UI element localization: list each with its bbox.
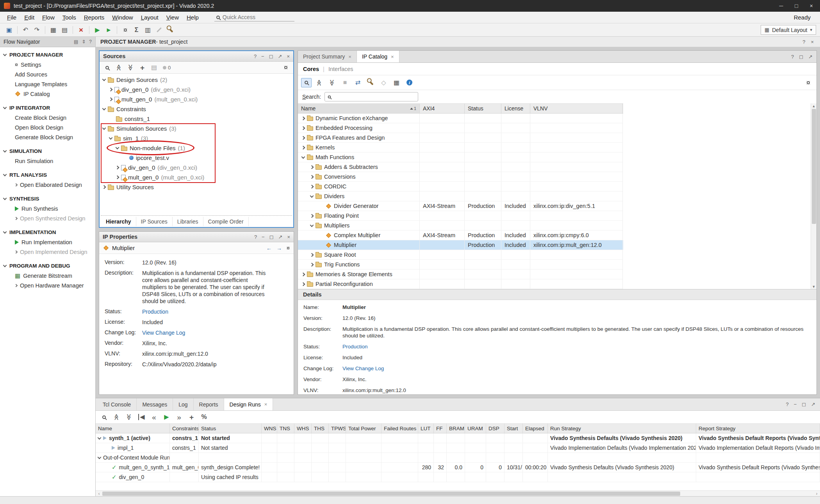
column-header-failed-routes[interactable]: Failed Routes — [381, 424, 418, 433]
horizontal-scrollbar[interactable]: ‹ › — [96, 490, 820, 496]
paste-icon[interactable]: ▤ — [59, 25, 70, 35]
redo-icon[interactable]: ↷ — [32, 25, 42, 35]
tab-reports[interactable]: Reports — [194, 398, 224, 410]
scroll-right-icon[interactable]: › — [813, 491, 820, 496]
tab-messages[interactable]: Messages — [137, 398, 173, 410]
chevron-right-icon[interactable] — [301, 146, 305, 149]
close-icon[interactable]: × — [287, 54, 290, 59]
column-header-report-strategy[interactable]: Report Strategy — [696, 424, 820, 433]
menu-layout[interactable]: Layout — [137, 12, 162, 22]
tree-row-ipcore-test-v[interactable]: ipcore_test.v — [100, 153, 293, 163]
catalog-row-divider-generator[interactable]: Divider GeneratorAXI4-StreamProductionIn… — [298, 201, 623, 211]
nav-item-create-block-design[interactable]: Create Block Design — [0, 113, 95, 122]
minimize-button[interactable]: ─ — [779, 3, 783, 9]
run-row-div-gen-0[interactable]: ✓div_gen_0Using cached IP results — [96, 472, 820, 482]
tree-row-non-module-files[interactable]: Non-module Files(1) — [100, 143, 293, 153]
run-row-synth-1-active[interactable]: synth_1 (active)constrs_1Not startedViva… — [96, 433, 820, 443]
settings-icon[interactable] — [803, 78, 813, 87]
step-back-icon[interactable]: « — [149, 412, 159, 422]
column-header-run-strategy[interactable]: Run Strategy — [548, 424, 696, 433]
subtab-interfaces[interactable]: Interfaces — [328, 66, 353, 72]
expand-icon[interactable]: ≪ — [124, 412, 134, 422]
percent-icon[interactable]: % — [199, 412, 209, 422]
file-icon[interactable]: ▤ — [149, 63, 159, 72]
run-icon[interactable]: ▶ — [92, 25, 103, 35]
column-header-ff[interactable]: FF — [434, 424, 447, 433]
sources-tab-ip-sources[interactable]: IP Sources — [136, 217, 173, 226]
column-header-constraints[interactable]: Constraints — [170, 424, 199, 433]
help-icon[interactable]: ? — [254, 234, 257, 240]
nav-section-header-implementation[interactable]: IMPLEMENTATION — [0, 227, 95, 237]
tab-project-summary[interactable]: Project Summary× — [298, 51, 357, 62]
chevron-right-icon[interactable] — [310, 185, 314, 188]
maximize-icon[interactable]: ↗ — [278, 234, 283, 240]
run-all-icon[interactable]: ► — [103, 25, 114, 35]
chevron-right-icon[interactable] — [310, 253, 314, 257]
menu-flow[interactable]: Flow — [38, 12, 59, 22]
expand-collapse-icon[interactable]: ⇕ — [82, 39, 86, 44]
nav-section-header-ip-integrator[interactable]: IP INTEGRATOR — [0, 103, 95, 113]
catalog-row-complex-multiplier[interactable]: Complex MultiplierAXI4-StreamProductionI… — [298, 231, 623, 240]
forward-icon[interactable]: → — [276, 245, 282, 251]
column-header-dsp[interactable]: DSP — [486, 424, 504, 433]
chevron-right-icon[interactable] — [301, 116, 305, 120]
help-icon[interactable]: ? — [254, 54, 257, 59]
tree-row-div-gen-0[interactable]: div_gen_0(div_gen_0.xci) — [100, 85, 293, 94]
report-icon[interactable]: ▥ — [143, 25, 153, 35]
customize-icon[interactable] — [365, 78, 376, 87]
maximize-icon[interactable]: ↗ — [808, 54, 813, 60]
menu-view[interactable]: View — [162, 12, 183, 22]
maximize-icon[interactable]: ↗ — [278, 54, 282, 59]
chevron-down-icon[interactable] — [310, 194, 314, 198]
transfer-icon[interactable]: ⇄ — [353, 78, 363, 87]
back-icon[interactable]: ← — [266, 245, 272, 251]
tree-row-design-sources[interactable]: Design Sources(2) — [100, 75, 293, 85]
float-icon[interactable]: ◻ — [802, 401, 806, 407]
chevron-down-icon[interactable] — [102, 106, 106, 110]
layout-select[interactable]: ▦ Default Layout ▾ — [761, 25, 816, 35]
chevron-right-icon[interactable] — [102, 185, 106, 189]
column-header-start[interactable]: Start — [504, 424, 523, 433]
lock-icon[interactable]: ◇ — [378, 78, 389, 87]
nav-section-header-synthesis[interactable]: SYNTHESIS — [0, 193, 95, 204]
tree-row-sim-1[interactable]: sim_1(3) — [100, 133, 293, 143]
run-row-out-of-context-module-runs[interactable]: Out-of-Context Module Runs — [96, 453, 820, 463]
column-header-status[interactable]: Status — [465, 104, 501, 113]
float-icon[interactable]: ◻ — [269, 54, 273, 59]
tree-row-div-gen-0[interactable]: div_gen_0(div_gen_0.xci) — [100, 163, 293, 172]
nav-section-header-project-manager[interactable]: PROJECT MANAGER — [0, 50, 95, 60]
catalog-search-box[interactable] — [324, 92, 418, 101]
chevron-down-icon[interactable] — [98, 455, 102, 459]
chevron-right-icon[interactable] — [109, 98, 113, 101]
collapse-icon[interactable]: ≪ — [314, 78, 324, 87]
nav-item-open-hardware-manager[interactable]: Open Hardware Manager — [0, 280, 95, 290]
collapse-icon[interactable]: ≪ — [114, 63, 124, 72]
chevron-down-icon[interactable] — [116, 146, 119, 149]
chevron-right-icon[interactable] — [301, 282, 305, 286]
chevron-down-icon[interactable] — [109, 136, 113, 140]
hierarchy-icon[interactable]: ≡ — [340, 78, 350, 87]
tab-tcl-console[interactable]: Tcl Console — [97, 398, 137, 410]
add-icon[interactable]: + — [186, 412, 197, 422]
help-icon[interactable]: ? — [802, 39, 805, 45]
expand-icon[interactable]: ≪ — [327, 78, 337, 87]
menu-reports[interactable]: Reports — [80, 12, 109, 22]
run-play-icon[interactable]: ▶ — [161, 412, 172, 422]
add-icon[interactable]: + — [137, 63, 148, 72]
nav-item-add-sources[interactable]: Add Sources — [0, 69, 95, 79]
catalog-row-embedded-processing[interactable]: Embedded Processing — [298, 123, 623, 133]
chevron-right-icon[interactable] — [301, 272, 305, 276]
chevron-right-icon[interactable] — [301, 126, 305, 130]
column-header-axi4[interactable]: AXI4 — [420, 104, 465, 113]
chevron-down-icon[interactable] — [301, 155, 305, 159]
help-icon[interactable]: ? — [89, 39, 92, 44]
nav-item-ip-catalog[interactable]: IP Catalog — [0, 89, 95, 99]
nav-item-run-implementation[interactable]: Run Implementation — [0, 237, 95, 247]
nav-item-open-block-design[interactable]: Open Block Design — [0, 122, 95, 132]
column-header-whs[interactable]: WHS — [294, 424, 312, 433]
menu-edit[interactable]: Edit — [20, 12, 38, 22]
tree-row-simulation-sources[interactable]: Simulation Sources(3) — [100, 124, 293, 133]
sources-tab-libraries[interactable]: Libraries — [173, 217, 203, 226]
menu-help[interactable]: Help — [183, 12, 203, 22]
column-header-wns[interactable]: WNS — [262, 424, 277, 433]
